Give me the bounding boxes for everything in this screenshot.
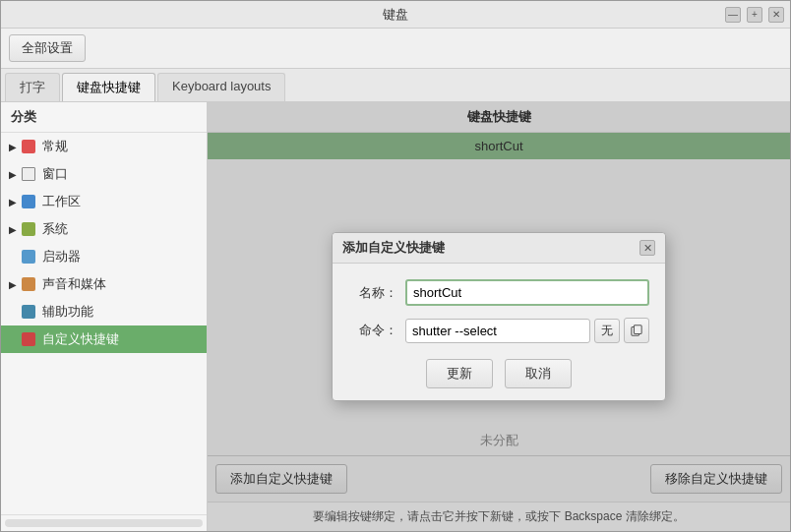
dialog-title: 添加自定义快捷键 [342,239,445,257]
sidebar-item-window[interactable]: ▶ 窗口 [1,160,207,188]
svg-rect-1 [634,325,641,334]
sidebar-item-label: 常规 [42,138,68,155]
none-button[interactable]: 无 [594,319,620,343]
minimize-button[interactable]: — [725,7,741,23]
sidebar-item-startup[interactable]: ▶ 启动器 [1,243,207,270]
title-bar: 键盘 — + ✕ [1,1,790,29]
command-input-group: 无 [405,318,649,343]
copy-icon [631,324,642,337]
name-input[interactable] [405,279,649,306]
sidebar-scroll[interactable]: ▶ 常规 ▶ 窗口 ▶ 工作区 ▶ 系统 [1,133,207,514]
dialog-actions: 更新 取消 [348,355,649,388]
tab-shortcuts[interactable]: 键盘快捷键 [62,73,155,101]
cancel-button[interactable]: 取消 [505,359,572,388]
sidebar-footer [1,514,207,531]
window-icon [21,166,36,182]
name-label: 名称： [348,284,397,302]
tab-typing[interactable]: 打字 [5,73,60,101]
command-input[interactable] [405,319,590,343]
sidebar-item-accessibility[interactable]: ▶ 辅助功能 [1,298,207,325]
normal-icon [21,139,36,154]
system-icon [21,221,36,237]
arrow-icon: ▶ [9,142,17,152]
sidebar-item-label: 声音和媒体 [42,275,106,293]
arrow-icon: ▶ [9,279,17,290]
sidebar-item-label: 系统 [42,220,68,238]
window-controls: — + ✕ [725,7,784,23]
tab-layouts[interactable]: Keyboard layouts [157,73,285,101]
add-shortcut-dialog: 添加自定义快捷键 ✕ 名称： 命令： 无 [332,232,666,401]
maximize-button[interactable]: + [747,7,762,23]
sidebar-item-sound[interactable]: ▶ 声音和媒体 [1,270,207,298]
sidebar-scrollbar[interactable] [5,519,203,527]
sidebar-item-label: 辅助功能 [42,303,93,321]
main-window: 键盘 — + ✕ 全部设置 打字 键盘快捷键 Keyboard layouts … [0,0,791,532]
window-title: 键盘 [383,6,408,24]
name-form-row: 名称： [348,279,649,306]
arrow-icon: ▶ [9,169,17,180]
command-label: 命令： [348,322,397,339]
toolbar: 全部设置 [1,29,790,69]
sidebar-item-label: 启动器 [42,248,81,266]
arrow-icon: ▶ [9,197,17,207]
sidebar-item-label: 窗口 [42,165,68,183]
update-button[interactable]: 更新 [426,359,493,388]
copy-button[interactable] [624,318,649,343]
custom-icon [21,331,36,347]
content-area: 分类 ▶ 常规 ▶ 窗口 ▶ 工作区 ▶ [1,102,790,531]
sidebar-item-normal[interactable]: ▶ 常规 [1,133,207,160]
access-icon [21,304,36,320]
modal-overlay: 添加自定义快捷键 ✕ 名称： 命令： 无 [208,102,790,531]
command-form-row: 命令： 无 [348,318,649,343]
sidebar-item-workspace[interactable]: ▶ 工作区 [1,188,207,215]
sidebar-item-label: 自定义快捷键 [42,330,119,348]
all-settings-button[interactable]: 全部设置 [9,34,86,62]
dialog-title-bar: 添加自定义快捷键 ✕ [333,233,665,264]
arrow-icon: ▶ [9,224,17,235]
startup-icon [21,249,36,265]
sound-icon [21,276,36,292]
sidebar-item-label: 工作区 [42,193,81,210]
sidebar-item-system[interactable]: ▶ 系统 [1,215,207,243]
sidebar: 分类 ▶ 常规 ▶ 窗口 ▶ 工作区 ▶ [1,102,208,531]
sidebar-item-custom[interactable]: ▶ 自定义快捷键 [1,325,207,353]
close-button[interactable]: ✕ [768,7,784,23]
dialog-close-button[interactable]: ✕ [639,240,655,256]
workspace-icon [21,194,36,209]
sidebar-header: 分类 [1,102,207,133]
main-panel: 键盘快捷键 shortCut 未分配 添加自定义快捷键 移除自定义快捷键 要编辑… [208,102,790,531]
dialog-body: 名称： 命令： 无 [333,264,665,400]
tab-bar: 打字 键盘快捷键 Keyboard layouts [1,69,790,102]
